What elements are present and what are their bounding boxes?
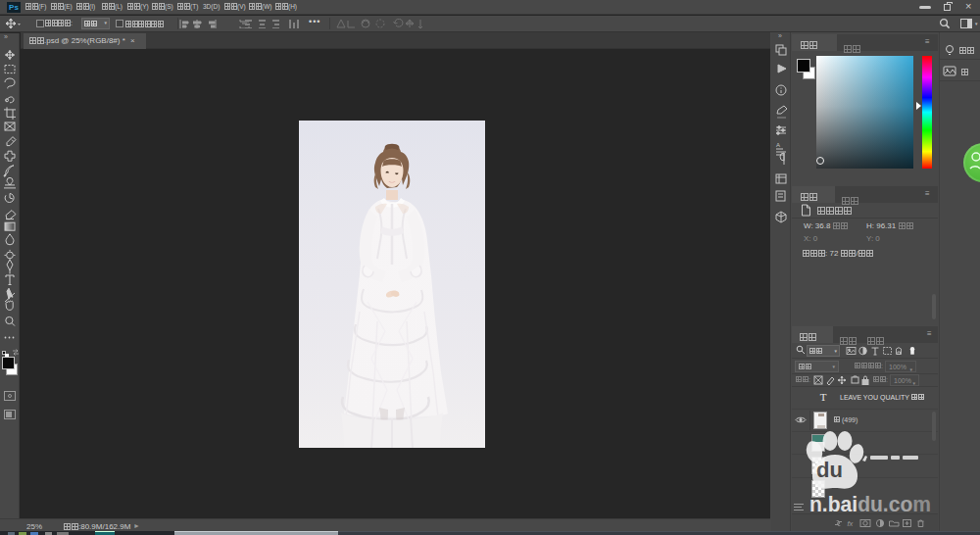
svg-text:du: du (816, 458, 843, 482)
svg-text:A: A (776, 142, 780, 148)
svg-text:n.baidu.com: n.baidu.com (809, 492, 931, 516)
